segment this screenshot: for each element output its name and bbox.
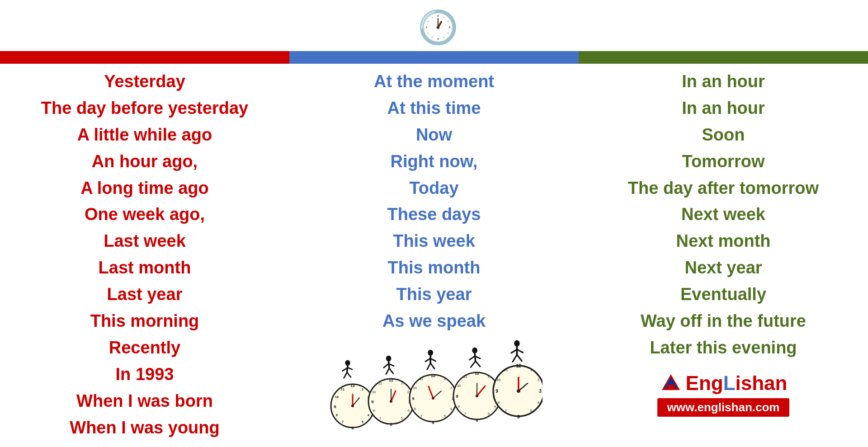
svg-text:3: 3 bbox=[539, 389, 542, 394]
future-item: Soon bbox=[702, 122, 745, 148]
englishan-url: www.englishan.com bbox=[657, 398, 790, 417]
svg-text:4: 4 bbox=[450, 407, 452, 410]
present-item: This month bbox=[388, 254, 481, 281]
svg-line-19 bbox=[347, 372, 351, 377]
svg-line-62 bbox=[427, 363, 430, 369]
svg-text:10: 10 bbox=[372, 391, 376, 394]
past-item: In 1993 bbox=[116, 361, 174, 388]
svg-text:7: 7 bbox=[505, 409, 507, 413]
svg-text:9: 9 bbox=[371, 400, 373, 404]
running-clocks-illustration: 12 3 6 9 1 2 4 5 7 8 10 11 12 3 6 9 1 2 … bbox=[326, 338, 542, 435]
svg-text:4: 4 bbox=[494, 405, 496, 408]
svg-text:7: 7 bbox=[342, 420, 344, 423]
future-item: Next week bbox=[681, 201, 765, 228]
future-item: Eventually bbox=[680, 281, 766, 308]
svg-text:12: 12 bbox=[431, 373, 435, 378]
svg-text:5: 5 bbox=[488, 412, 490, 415]
svg-text:8: 8 bbox=[458, 405, 460, 408]
svg-line-42 bbox=[384, 364, 389, 368]
svg-text:8: 8 bbox=[373, 409, 375, 412]
svg-point-38 bbox=[386, 356, 392, 362]
svg-point-104 bbox=[514, 340, 519, 347]
present-item: This week bbox=[393, 228, 475, 254]
svg-text:6: 6 bbox=[390, 422, 392, 427]
svg-text:5: 5 bbox=[530, 409, 533, 413]
svg-line-18 bbox=[344, 372, 347, 378]
svg-text:5: 5 bbox=[401, 417, 403, 420]
svg-line-40 bbox=[386, 368, 389, 374]
present-item: These days bbox=[387, 201, 481, 228]
future-column: In an hourIn an hourSoonTomorrowThe day … bbox=[579, 64, 868, 421]
past-item: The day before yesterday bbox=[41, 95, 248, 122]
englishan-brand: EngLishan bbox=[655, 370, 792, 396]
svg-text:11: 11 bbox=[504, 368, 508, 372]
title-area: 🕐 bbox=[0, 0, 868, 51]
svg-text:8: 8 bbox=[498, 400, 500, 405]
present-item: Right now, bbox=[391, 148, 478, 175]
svg-text:7: 7 bbox=[420, 414, 422, 418]
svg-text:1: 1 bbox=[401, 382, 403, 385]
svg-text:6: 6 bbox=[432, 420, 434, 425]
svg-line-107 bbox=[517, 355, 522, 361]
svg-text:2: 2 bbox=[407, 391, 409, 394]
present-item: Today bbox=[409, 175, 458, 202]
header-past bbox=[0, 51, 289, 64]
past-item: A little while ago bbox=[77, 122, 212, 148]
future-item: Next year bbox=[684, 254, 762, 281]
svg-text:11: 11 bbox=[341, 388, 344, 391]
past-item: When I was born bbox=[76, 388, 213, 414]
svg-text:5: 5 bbox=[444, 414, 446, 418]
present-item: At the moment bbox=[374, 68, 494, 95]
svg-line-86 bbox=[469, 356, 475, 360]
svg-text:6: 6 bbox=[351, 426, 354, 430]
svg-text:4: 4 bbox=[538, 400, 540, 405]
svg-text:10: 10 bbox=[413, 386, 417, 390]
present-item: As we speak bbox=[382, 308, 486, 334]
svg-text:11: 11 bbox=[378, 382, 382, 385]
past-item: This morning bbox=[90, 308, 199, 334]
svg-line-106 bbox=[513, 355, 517, 362]
svg-text:9: 9 bbox=[334, 405, 336, 409]
svg-text:4: 4 bbox=[407, 409, 409, 412]
svg-text:8: 8 bbox=[336, 414, 338, 417]
past-item: A long time ago bbox=[80, 175, 209, 202]
svg-text:7: 7 bbox=[379, 417, 381, 420]
svg-line-109 bbox=[517, 349, 523, 353]
svg-line-41 bbox=[389, 368, 393, 374]
svg-text:10: 10 bbox=[457, 384, 461, 387]
englishan-logo: EngLishan www.englishan.com bbox=[655, 370, 792, 417]
page: 🕐 YesterdayThe day before yesterdayA lit… bbox=[0, 0, 868, 447]
header-row bbox=[0, 51, 868, 64]
past-column: YesterdayThe day before yesterdayA littl… bbox=[0, 64, 289, 445]
svg-text:5: 5 bbox=[362, 420, 363, 423]
header-future bbox=[579, 51, 868, 64]
past-item: When I was young bbox=[70, 414, 219, 441]
present-column: At the momentAt this timeNowRight now,To… bbox=[289, 64, 579, 439]
past-item: Last month bbox=[99, 254, 191, 281]
future-item: In an hour bbox=[682, 95, 765, 122]
englishan-logo-icon bbox=[660, 372, 682, 395]
englishan-name: EngLishan bbox=[686, 372, 788, 395]
svg-line-39 bbox=[389, 362, 389, 368]
svg-text:1: 1 bbox=[488, 375, 490, 378]
future-item: The day after tomorrow bbox=[628, 175, 819, 202]
svg-point-60 bbox=[428, 350, 433, 356]
svg-text:4: 4 bbox=[368, 414, 369, 417]
svg-text:6: 6 bbox=[476, 418, 478, 423]
past-item: An hour ago, bbox=[92, 148, 198, 175]
svg-text:1: 1 bbox=[444, 377, 446, 381]
clock-icon: 🕐 bbox=[418, 8, 458, 47]
past-item: Last year bbox=[107, 281, 183, 308]
svg-text:10: 10 bbox=[335, 395, 339, 399]
content-row: YesterdayThe day before yesterdayA littl… bbox=[0, 64, 868, 447]
svg-text:12: 12 bbox=[516, 363, 521, 368]
header-present bbox=[289, 51, 579, 64]
future-item: Tomorrow bbox=[682, 148, 765, 175]
svg-line-17 bbox=[347, 366, 348, 372]
past-item: Last week bbox=[104, 228, 186, 254]
past-item: One week ago, bbox=[85, 201, 205, 228]
svg-text:6: 6 bbox=[517, 414, 520, 419]
svg-text:2: 2 bbox=[538, 378, 540, 382]
future-item: Way off in the future bbox=[641, 308, 806, 334]
svg-text:10: 10 bbox=[497, 378, 501, 382]
